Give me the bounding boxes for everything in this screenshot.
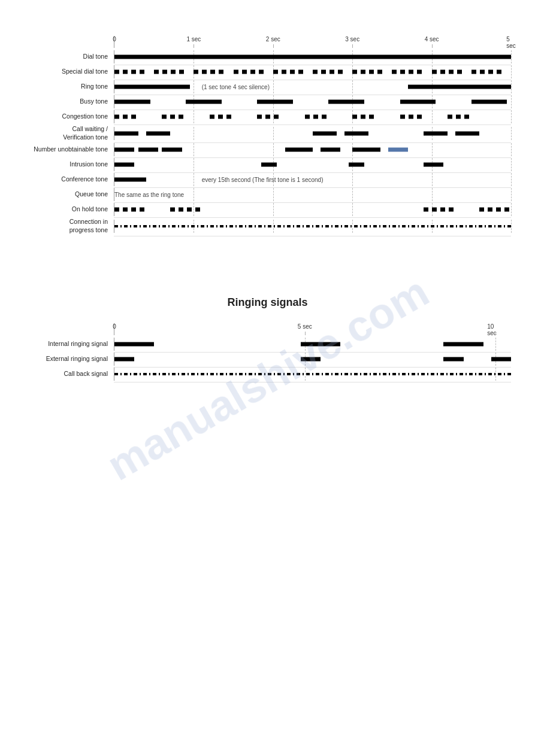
tone-bar [455,131,479,135]
tone-row: Congestion tone [24,110,511,123]
tone-bar [194,70,225,74]
time-tick: 3 sec [345,36,359,42]
tone-bar [443,342,483,346]
tone-label: Ring tone [24,83,114,91]
tone-label: Conference tone [24,175,114,184]
tone-bar [257,100,293,104]
tone-bar [114,85,190,89]
tone-timeline [114,95,511,108]
tone-row: External ringing signal [24,353,511,366]
tone-bar [349,163,364,167]
time-tick: 0 [113,323,116,330]
tone-bar [313,70,344,74]
tone-bar [146,131,170,135]
tone-timeline [114,220,511,233]
tone-timeline [114,338,511,351]
vgrid-line [511,158,512,171]
tone-timeline [114,143,511,156]
tone-bar [138,148,158,152]
tone-bar [471,100,507,104]
tone-note: The same as the ring tone [114,192,184,198]
time-tick: 0 [113,36,116,42]
vgrid-line [194,80,194,93]
tone-bar [305,115,329,119]
vgrid-line [432,110,433,123]
tone-bar [154,70,186,74]
tone-row: Call waiting /Verification tone [24,125,511,141]
vgrid-line [352,188,353,201]
tone-bar [114,357,134,361]
tone-row: On hold tone [24,203,511,216]
tone-note: every 15th second (The first tone is 1 s… [202,177,324,183]
tone-row: Intrusion tone [24,158,511,171]
tone-bar [114,225,511,227]
tone-bar [170,208,202,212]
tone-row: Busy tone [24,95,511,108]
tones-wrapper: 01 sec2 sec3 sec4 sec5 sec Dial toneSpec… [24,36,511,236]
tone-bar [114,70,146,74]
tone-bar [443,357,463,361]
vgrid-line [273,80,274,93]
tone-label: Dial tone [24,53,114,61]
tone-bar [114,115,138,119]
tone-timeline [114,110,511,123]
tone-label: Internal ringing signal [24,340,114,348]
tone-bar [408,85,511,89]
vgrid-line [511,110,512,123]
tone-timeline: (1 sec tone 4 sec silence) [114,80,511,93]
tone-bar [400,115,424,119]
tone-bar [162,115,186,119]
tone-label: Special dial tone [24,68,114,76]
vgrid-line [352,80,353,93]
tone-label: Intrusion tone [24,160,114,169]
vgrid-line [352,173,353,186]
vgrid-line [511,173,512,186]
tone-row: Number unobtainable tone [24,143,511,156]
tone-row: Dial tone [24,50,511,63]
tone-bar [114,208,146,212]
tone-bar [301,357,321,361]
vgrid-line [194,127,194,140]
vgrid-line [273,188,274,201]
tone-bar [424,208,455,212]
vgrid-line [194,110,194,123]
vgrid-line [511,65,512,78]
time-tick: 5 sec [298,323,312,330]
tone-label: Congestion tone [24,113,114,121]
ringing-section-title: Ringing signals [24,296,511,309]
tone-bar [424,131,448,135]
tone-timeline: The same as the ring tone [114,188,511,201]
vgrid-line [273,143,274,156]
tone-row: Internal ringing signal [24,338,511,351]
tone-label: On hold tone [24,205,114,214]
time-tick: 2 sec [266,36,280,42]
tone-bar [491,357,511,361]
tone-bar [162,148,182,152]
vgrid-line [511,80,512,93]
vgrid-line [511,188,512,201]
tone-bar [114,178,146,182]
tone-label: External ringing signal [24,355,114,363]
tone-bar [424,163,443,167]
tone-bar [479,208,511,212]
tone-bar [400,100,436,104]
tone-bar [234,70,265,74]
vgrid-line [432,173,433,186]
tone-bar [432,70,464,74]
tone-row: Queue toneThe same as the ring tone [24,188,511,201]
tone-bar [186,100,222,104]
tone-row: Ring tone(1 sec tone 4 sec silence) [24,80,511,93]
tone-bar [321,148,340,152]
tone-timeline [114,127,511,140]
vgrid-line [194,158,194,171]
vgrid-line [432,143,433,156]
tone-bar [301,342,340,346]
vgrid-line [194,173,194,186]
tone-bar [114,131,138,135]
vgrid-line [511,127,512,140]
time-tick: 4 sec [425,36,439,42]
tone-row: Special dial tone [24,65,511,78]
tone-timeline [114,50,511,63]
tone-bar [352,115,376,119]
tone-timeline [114,368,511,381]
